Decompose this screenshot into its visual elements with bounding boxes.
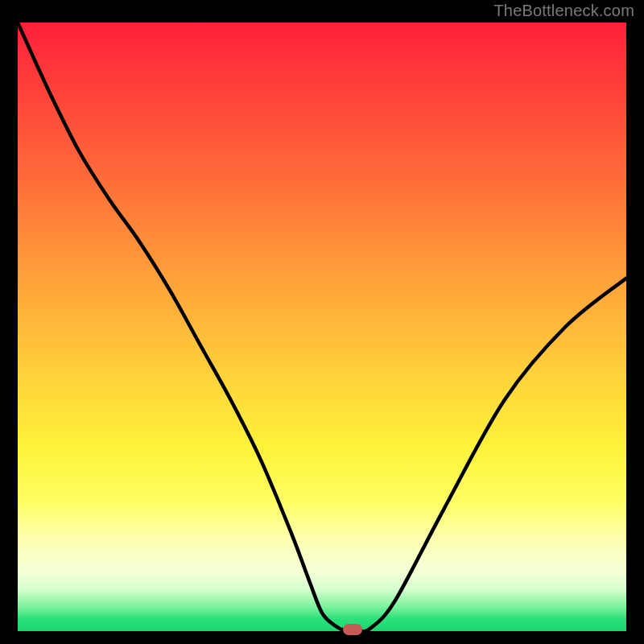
bottleneck-curve	[18, 23, 626, 631]
optimal-point-marker	[343, 624, 362, 635]
watermark-text: TheBottleneck.com	[493, 2, 634, 20]
chart-frame: TheBottleneck.com	[0, 0, 644, 644]
plot-area	[18, 23, 626, 631]
